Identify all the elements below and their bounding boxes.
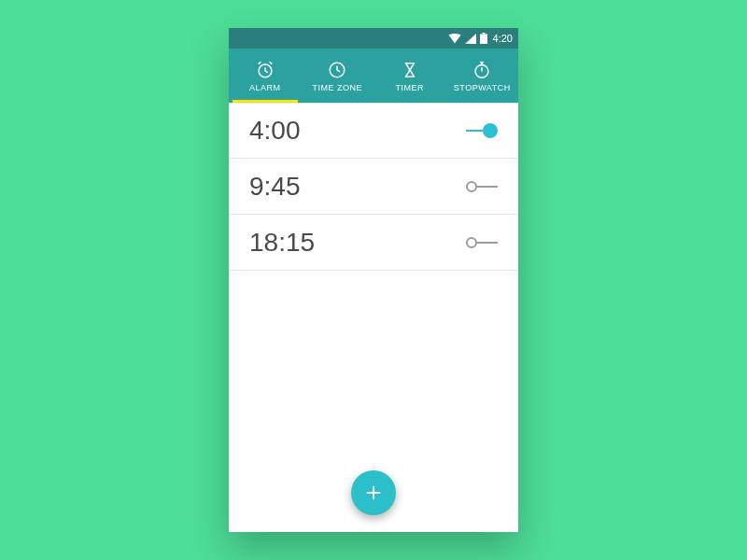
tab-label: TIMER xyxy=(396,83,425,92)
stopwatch-icon xyxy=(472,60,492,80)
alarm-time: 4:00 xyxy=(249,116,301,146)
add-alarm-button[interactable] xyxy=(351,470,396,515)
tab-bar: ALARM TIME ZONE TIMER xyxy=(229,49,518,103)
tab-timezone[interactable]: TIME ZONE xyxy=(302,49,374,103)
clock-icon xyxy=(327,60,347,80)
alarm-time: 18:15 xyxy=(249,228,315,258)
alarm-toggle[interactable] xyxy=(466,179,498,194)
phone-frame: 4:20 ALARM TIME ZONE xyxy=(229,28,518,532)
alarm-row[interactable]: 4:00 xyxy=(229,103,518,159)
alarm-list: 4:00 9:45 18:15 xyxy=(229,103,518,532)
tab-alarm[interactable]: ALARM xyxy=(229,49,302,103)
svg-rect-0 xyxy=(480,35,487,45)
tab-label: ALARM xyxy=(249,83,281,92)
cell-signal-icon xyxy=(465,34,476,44)
tab-stopwatch[interactable]: STOPWATCH xyxy=(446,49,519,103)
hourglass-icon xyxy=(400,60,420,80)
wifi-icon xyxy=(448,34,461,44)
plus-icon xyxy=(363,483,384,503)
alarm-toggle[interactable] xyxy=(466,235,498,250)
svg-rect-1 xyxy=(482,33,485,35)
alarm-icon xyxy=(255,60,275,80)
status-bar: 4:20 xyxy=(229,28,518,49)
battery-icon xyxy=(480,33,487,44)
tab-label: STOPWATCH xyxy=(454,83,511,92)
alarm-toggle[interactable] xyxy=(466,123,498,138)
alarm-row[interactable]: 18:15 xyxy=(229,215,518,271)
tab-timer[interactable]: TIMER xyxy=(374,49,446,103)
tab-label: TIME ZONE xyxy=(313,83,363,92)
alarm-row[interactable]: 9:45 xyxy=(229,159,518,215)
alarm-time: 9:45 xyxy=(249,172,301,202)
statusbar-time: 4:20 xyxy=(493,33,513,44)
